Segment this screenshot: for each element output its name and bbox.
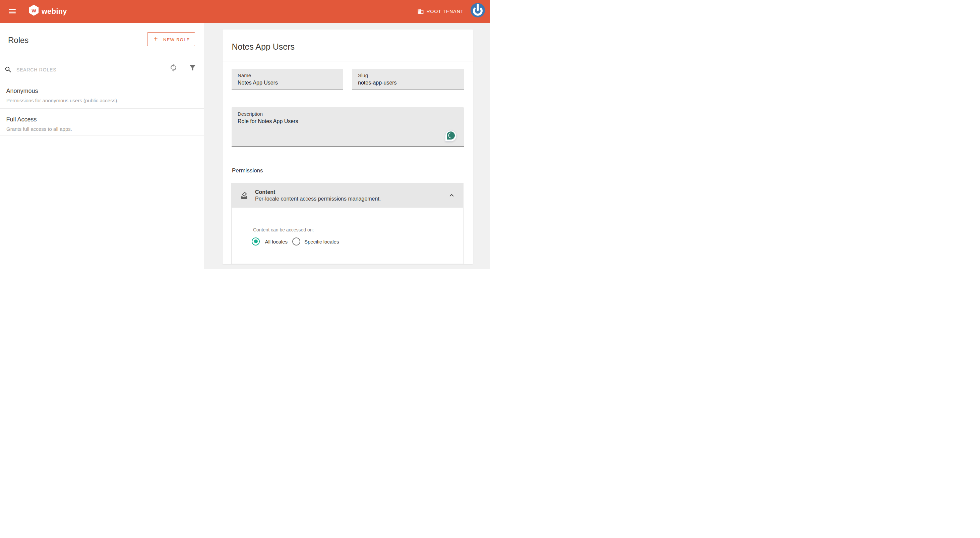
svg-text:w: w bbox=[31, 7, 36, 14]
